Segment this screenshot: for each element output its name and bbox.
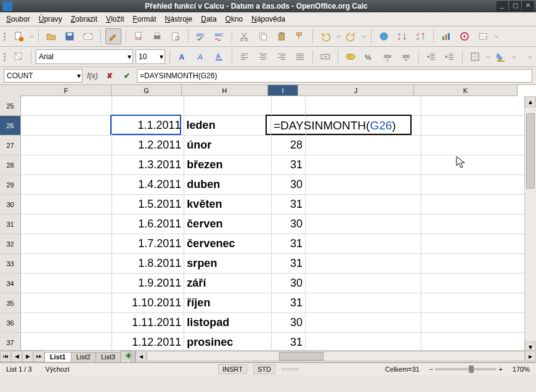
background-color-dropdown[interactable] [511, 55, 516, 59]
vertical-scrollbar[interactable]: ▴ ▾ [524, 96, 536, 350]
cell-K25[interactable] [421, 96, 525, 115]
cell-I25[interactable] [272, 96, 306, 115]
remove-decimal-button[interactable]: .000 [398, 49, 414, 65]
cell-F33[interactable] [21, 254, 112, 273]
tab-splitter[interactable] [131, 351, 136, 362]
scroll-right-button[interactable]: ▸ [525, 351, 536, 361]
zoom-value[interactable]: 170% [509, 365, 534, 374]
row-header-35[interactable]: 35 [0, 293, 21, 313]
copy-button[interactable] [255, 28, 271, 44]
sheet-tab-list2[interactable]: List2 [71, 352, 96, 362]
menu-okno[interactable]: Okno [222, 14, 247, 25]
background-color-button[interactable] [493, 49, 509, 65]
hyperlink-button[interactable] [376, 28, 392, 44]
cell-H27[interactable]: únor [184, 136, 272, 155]
menu-nástroje[interactable]: Nástroje [161, 14, 197, 25]
cell-H26[interactable]: leden [184, 116, 271, 135]
cell-H35[interactable]: říjen [184, 293, 272, 312]
cell-G30[interactable]: 1.5.2011 [112, 195, 184, 214]
column-header-H[interactable]: H [182, 85, 268, 96]
menu-formát[interactable]: Formát [129, 14, 160, 25]
name-box[interactable]: COUNT ▾ [4, 69, 83, 83]
sort-desc-button[interactable]: ZA [413, 28, 429, 44]
sum-display[interactable]: Celkem=31 [305, 365, 423, 374]
align-center-button[interactable] [255, 49, 271, 65]
sheet-tab-list3[interactable]: List3 [95, 352, 121, 362]
cell-H30[interactable]: květen [184, 195, 272, 214]
scroll-thumb[interactable] [526, 113, 535, 189]
accept-button[interactable]: ✔ [120, 69, 134, 83]
cell-I36[interactable]: 30 [272, 313, 306, 332]
cell-K30[interactable] [421, 195, 525, 214]
align-right-button[interactable] [274, 49, 290, 65]
borders-button[interactable] [467, 49, 483, 65]
cell-G27[interactable]: 1.2.2011 [112, 136, 184, 155]
page-style[interactable]: Výchozí [42, 365, 73, 374]
row-header-31[interactable]: 31 [0, 214, 21, 234]
spreadsheet-grid[interactable]: FGHIJK 25262728293031323334353637 1.1.20… [0, 85, 536, 351]
cell-F27[interactable] [21, 136, 112, 155]
cell-J26[interactable] [306, 116, 421, 135]
open-button[interactable] [43, 28, 59, 44]
cell-F35[interactable] [21, 293, 112, 312]
cell-K33[interactable] [421, 254, 525, 273]
merge-cells-button[interactable] [317, 49, 333, 65]
scroll-track[interactable] [525, 107, 536, 341]
menu-úpravy[interactable]: Úpravy [35, 14, 66, 25]
edit-mode-button[interactable] [105, 28, 121, 44]
toolbar-overflow[interactable] [493, 35, 498, 39]
cell-G29[interactable]: 1.4.2011 [112, 175, 184, 194]
cell-I26[interactable]: =DAYSINMONTH(G26) [271, 116, 306, 135]
scroll-down-button[interactable]: ▾ [525, 341, 536, 351]
cell-F26[interactable] [21, 116, 112, 135]
cell-H32[interactable]: červenec [184, 234, 272, 253]
cell-J29[interactable] [306, 175, 421, 194]
undo-button[interactable] [317, 28, 333, 44]
format-paintbrush-button[interactable] [292, 28, 308, 44]
cell-F36[interactable] [21, 313, 112, 332]
cell-I37[interactable]: 31 [272, 333, 306, 350]
redo-dropdown[interactable] [362, 35, 367, 39]
row-header-29[interactable]: 29 [0, 175, 21, 195]
sort-asc-button[interactable]: AZ [394, 28, 410, 44]
row-header-37[interactable]: 37 [0, 333, 21, 351]
navigator-button[interactable] [457, 28, 473, 44]
cell-J34[interactable] [306, 274, 421, 293]
cell-I34[interactable]: 30 [272, 274, 306, 293]
close-button[interactable]: ✕ [522, 1, 534, 11]
auto-spellcheck-button[interactable]: ABC [211, 28, 227, 44]
cell-H28[interactable]: březen [184, 155, 272, 174]
cell-G31[interactable]: 1.6.2011 [112, 214, 184, 234]
tab-nav-prev[interactable]: ◀ [11, 351, 22, 362]
cut-button[interactable] [237, 28, 253, 44]
cell-K27[interactable] [421, 136, 525, 155]
cell-F30[interactable] [21, 195, 112, 214]
row-header-28[interactable]: 28 [0, 155, 21, 175]
cell-I33[interactable]: 31 [272, 254, 306, 273]
row-headers[interactable]: 25262728293031323334353637 [0, 96, 21, 350]
tab-nav-last[interactable]: ⏭ [33, 351, 44, 362]
currency-button[interactable] [343, 49, 359, 65]
zoom-in-icon[interactable]: + [498, 365, 502, 373]
cell-I30[interactable]: 31 [272, 195, 306, 214]
toolbar-handle[interactable] [4, 33, 6, 41]
maximize-button[interactable]: ▢ [510, 1, 521, 11]
sheet-tab-list1[interactable]: List1 [44, 352, 71, 362]
new-document-button[interactable] [10, 28, 26, 44]
cell-F29[interactable] [21, 175, 112, 194]
menu-vložit[interactable]: Vložit [102, 14, 128, 25]
cell-K34[interactable] [421, 274, 525, 293]
menu-zobrazit[interactable]: Zobrazit [67, 14, 101, 25]
cell-K35[interactable] [421, 293, 525, 312]
column-header-K[interactable]: K [414, 85, 518, 96]
toolbar-handle[interactable] [4, 53, 6, 61]
add-sheet-button[interactable]: ✚ [120, 351, 131, 361]
select-all-corner[interactable] [0, 85, 22, 97]
cell-H25[interactable] [184, 96, 272, 115]
cell-I27[interactable]: 28 [272, 136, 306, 155]
cell-H31[interactable]: červen [184, 214, 272, 234]
cell-G36[interactable]: 1.11.2011 [112, 313, 184, 332]
scroll-left-button[interactable]: ◂ [136, 351, 147, 361]
column-header-I[interactable]: I [268, 85, 298, 96]
cell-H36[interactable]: listopad [184, 313, 272, 332]
